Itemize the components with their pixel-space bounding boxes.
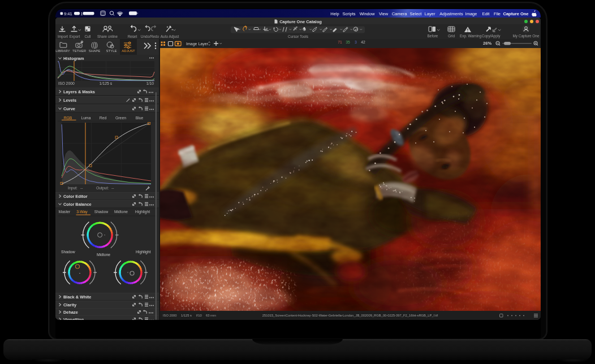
svg-text:Curve: Curve xyxy=(63,106,75,111)
svg-text:Before: Before xyxy=(428,34,438,38)
svg-text:1/125 s: 1/125 s xyxy=(100,81,113,85)
svg-text:RGB: RGB xyxy=(64,116,72,120)
svg-text:Image Layer: Image Layer xyxy=(186,42,209,46)
svg-text:Master: Master xyxy=(59,210,71,214)
svg-text:Cull: Cull xyxy=(84,34,90,38)
svg-text:Histogram: Histogram xyxy=(63,56,84,61)
svg-text:3: 3 xyxy=(355,40,357,44)
svg-text:Layers & Masks: Layers & Masks xyxy=(63,89,95,94)
svg-text:Auto Adjust: Auto Adjust xyxy=(161,34,179,39)
svg-text:1/125 s: 1/125 s xyxy=(181,314,192,317)
svg-text:Exp. Warning: Exp. Warning xyxy=(460,34,482,38)
svg-text:Vignetting: Vignetting xyxy=(63,317,84,320)
svg-text:Clarity: Clarity xyxy=(63,302,77,307)
svg-text:SHAPE: SHAPE xyxy=(89,49,100,53)
svg-text:--: -- xyxy=(80,186,83,190)
svg-text:Output:: Output: xyxy=(96,186,109,190)
svg-text:42: 42 xyxy=(361,40,365,44)
svg-text:Copy/Apply: Copy/Apply xyxy=(482,34,501,38)
svg-text:ISO 2000: ISO 2000 xyxy=(58,81,75,85)
svg-text:Input:: Input: xyxy=(68,186,77,190)
svg-text:63 mm: 63 mm xyxy=(206,314,216,317)
svg-text:Color Editor: Color Editor xyxy=(63,194,88,199)
svg-text:Export: Export xyxy=(70,34,80,39)
svg-text:3-Way: 3-Way xyxy=(76,210,88,214)
svg-text:Share online: Share online xyxy=(97,34,118,38)
svg-text:Blue: Blue xyxy=(136,116,144,120)
svg-text:Shadow: Shadow xyxy=(61,250,75,254)
svg-text:My Capture One: My Capture One xyxy=(513,34,540,38)
svg-text:f/10: f/10 xyxy=(196,314,202,317)
svg-text:Color Balance: Color Balance xyxy=(63,202,92,207)
svg-text:Shadow: Shadow xyxy=(94,210,109,214)
svg-text:Levels: Levels xyxy=(63,98,76,103)
svg-text:251015_ScreenContent-Hockney-S: 251015_ScreenContent-Hockney-S02-Water-G… xyxy=(262,314,438,317)
svg-text:Black & White: Black & White xyxy=(63,294,91,300)
svg-text:26%: 26% xyxy=(483,41,491,46)
svg-text:LIBRARY: LIBRARY xyxy=(55,49,70,53)
svg-text:Reset: Reset xyxy=(128,34,137,38)
svg-text:TETHER: TETHER xyxy=(72,49,87,53)
svg-text:Grid: Grid xyxy=(448,34,455,38)
svg-text:Highlight: Highlight xyxy=(135,210,150,214)
svg-text:Green: Green xyxy=(115,116,126,120)
svg-text:9:41: 9:41 xyxy=(64,11,72,16)
svg-text:Cursor Tools: Cursor Tools xyxy=(288,34,308,38)
svg-text:Undo/Redo: Undo/Redo xyxy=(141,34,159,38)
svg-text:ISO 2000: ISO 2000 xyxy=(163,314,177,317)
svg-text:71: 71 xyxy=(338,40,342,44)
svg-text:--: -- xyxy=(111,186,114,190)
svg-text:Red: Red xyxy=(100,116,107,120)
svg-text:STYLE: STYLE xyxy=(106,49,117,53)
svg-text:ADJUST: ADJUST xyxy=(122,49,135,53)
svg-text:Luma: Luma xyxy=(81,116,90,120)
svg-text:Midtone: Midtone xyxy=(114,210,128,214)
svg-text:Midtone: Midtone xyxy=(97,253,110,257)
svg-text:35: 35 xyxy=(346,40,350,44)
svg-text:Import: Import xyxy=(58,34,68,39)
svg-text:Dehaze: Dehaze xyxy=(63,310,78,315)
svg-text:1: 1 xyxy=(81,12,83,16)
svg-text:1/10: 1/10 xyxy=(146,81,154,85)
svg-text:Highlight: Highlight xyxy=(136,250,151,254)
